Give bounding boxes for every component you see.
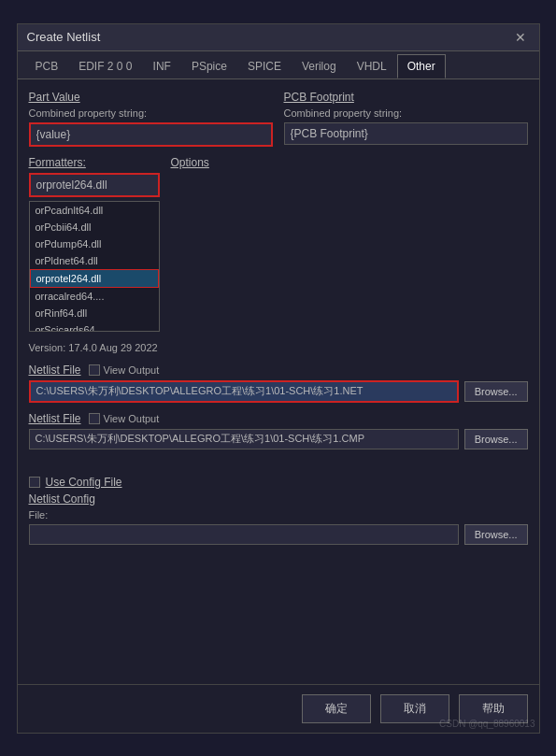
browse-button-1[interactable]: Browse... [464,381,528,402]
close-button[interactable]: ✕ [511,30,530,45]
pcb-footprint-sublabel: Combined property string: [284,107,528,119]
watermark-text: CSDN @qq_88960013 [439,719,535,729]
options-section: Options [171,156,528,169]
top-fields-row: Part Value Combined property string: PCB… [29,91,528,147]
tab-inf[interactable]: INF [143,54,181,78]
tab-other[interactable]: Other [397,54,446,78]
spacer [29,459,528,466]
view-output-2-checkbox[interactable] [89,413,100,424]
netlist-file-1-label: Netlist File [29,364,81,377]
list-item-selected[interactable]: orprotel264.dll [30,269,159,288]
tab-verilog[interactable]: Verilog [292,54,347,78]
list-item[interactable]: orPdump64.dll [30,235,159,252]
tab-bar: PCB EDIF 2 0 0 INF PSpice SPICE Verilog … [18,51,539,79]
content-spacer [29,554,528,673]
browse-button-2[interactable]: Browse... [464,429,528,449]
part-value-label: Part Value [29,91,273,104]
create-netlist-dialog: Create Netlist ✕ PCB EDIF 2 0 0 INF PSpi… [17,23,540,734]
netlist-path-1-input[interactable] [29,380,459,403]
dialog-content: Part Value Combined property string: PCB… [18,79,539,684]
part-value-group: Part Value Combined property string: [29,91,273,147]
formatters-listbox[interactable]: orPcadnlt64.dll orPcbii64.dll orPdump64.… [29,201,160,332]
view-output-2-text: View Output [104,413,160,424]
options-label: Options [171,156,528,169]
list-item[interactable]: orPcbii64.dll [30,219,159,235]
view-output-1-text: View Output [104,364,160,376]
list-item[interactable]: orPcadnlt64.dll [30,202,159,219]
tab-spice[interactable]: SPICE [237,54,292,78]
list-item[interactable]: orRinf64.dll [30,305,159,321]
config-path-row: Browse... [29,524,528,545]
tab-pcb[interactable]: PCB [25,54,69,78]
netlist-path-1-row: Browse... [29,380,528,403]
title-bar: Create Netlist ✕ [18,24,539,51]
list-item[interactable]: orracalred64.... [30,288,159,305]
part-value-input[interactable] [29,122,273,147]
pcb-footprint-group: PCB Footprint Combined property string: [284,91,528,147]
use-config-checkbox[interactable] [29,477,40,488]
netlist-file-2-header: Netlist File View Output [29,412,528,425]
formatter-display-input[interactable] [29,173,160,197]
version-info: Version: 17.4.0 Aug 29 2022 [29,341,528,354]
netlist-path-2-row: Browse... [29,429,528,449]
dialog-title: Create Netlist [27,30,101,44]
view-output-2-label[interactable]: View Output [89,413,160,424]
formatters-label: Formatters: [29,156,160,169]
confirm-button[interactable]: 确定 [302,694,371,723]
netlist-config-label: Netlist Config [29,492,528,506]
netlist-file-1-header: Netlist File View Output [29,364,528,377]
list-item[interactable]: orScicards64.... [30,321,159,332]
formatters-section: Formatters: orPcadnlt64.dll orPcbii64.dl… [29,156,160,332]
config-checkbox-row: Use Config File [29,476,528,489]
part-value-sublabel: Combined property string: [29,107,273,119]
version-text: Version: 17.4.0 Aug 29 2022 [29,342,158,353]
netlist-path-2-input[interactable] [29,429,459,449]
view-output-1-label[interactable]: View Output [89,364,160,376]
list-item[interactable]: orPldnet64.dll [30,252,159,269]
tab-pspice[interactable]: PSpice [181,54,237,78]
tab-edif200[interactable]: EDIF 2 0 0 [68,54,142,78]
pcb-footprint-label: PCB Footprint [284,91,528,104]
formatters-options-row: Formatters: orPcadnlt64.dll orPcbii64.dl… [29,156,528,332]
netlist-config-sublabel: File: [29,509,528,521]
view-output-1-checkbox[interactable] [89,364,100,376]
pcb-footprint-input[interactable] [284,122,528,145]
use-config-label: Use Config File [46,476,122,489]
tab-vhdl[interactable]: VHDL [347,54,397,78]
config-section: Use Config File Netlist Config File: Bro… [29,476,528,545]
netlist-file-1-section: Netlist File View Output Browse... [29,364,528,403]
browse-button-3[interactable]: Browse... [464,524,528,545]
netlist-file-2-section: Netlist File View Output Browse... [29,412,528,449]
netlist-file-2-label: Netlist File [29,412,81,425]
config-path-input[interactable] [29,524,459,545]
